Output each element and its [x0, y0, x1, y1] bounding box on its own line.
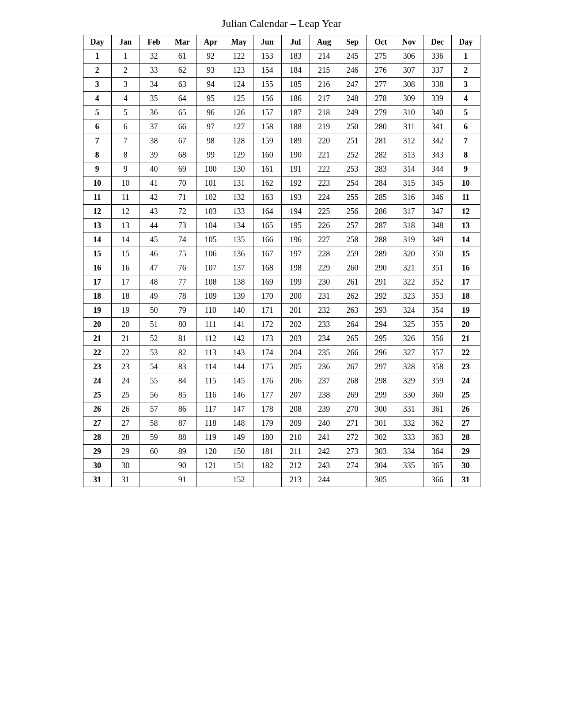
table-cell: 215	[310, 64, 338, 78]
table-cell: 176	[253, 374, 281, 388]
table-cell: 111	[196, 318, 225, 332]
table-cell: 307	[395, 64, 423, 78]
table-cell: 41	[140, 176, 168, 191]
table-cell: 297	[367, 360, 395, 374]
table-cell: 43	[140, 205, 168, 219]
table-cell: 293	[367, 304, 395, 318]
table-cell: 192	[281, 176, 310, 191]
table-cell: 185	[281, 78, 310, 92]
table-cell: 44	[140, 219, 168, 233]
table-row: 2929608912015018121124227330333436429	[83, 445, 480, 459]
table-cell: 318	[395, 219, 423, 233]
table-cell: 11	[111, 191, 140, 205]
table-cell: 7	[83, 134, 111, 148]
table-cell: 132	[225, 191, 253, 205]
table-row: 1515467510613616719722825928932035015	[83, 247, 480, 261]
table-cell: 274	[338, 459, 367, 473]
table-cell: 61	[168, 49, 196, 64]
table-cell: 18	[452, 289, 480, 304]
table-cell: 18	[111, 289, 140, 304]
table-row: 1414457410513516619622725828831934914	[83, 233, 480, 247]
table-cell: 285	[367, 191, 395, 205]
table-cell: 295	[367, 332, 395, 346]
table-cell: 19	[452, 304, 480, 318]
table-cell: 119	[196, 431, 225, 445]
table-cell: 54	[140, 360, 168, 374]
table-cell: 6	[452, 120, 480, 134]
table-cell: 233	[310, 318, 338, 332]
table-cell: 109	[196, 289, 225, 304]
table-cell: 73	[168, 219, 196, 233]
table-cell: 121	[196, 459, 225, 473]
table-cell: 125	[225, 92, 253, 106]
table-cell: 84	[168, 374, 196, 388]
table-cell: 278	[367, 92, 395, 106]
table-cell: 31	[452, 473, 480, 487]
column-header-day: Day	[452, 35, 480, 49]
table-cell: 110	[196, 304, 225, 318]
table-cell: 129	[225, 148, 253, 162]
table-cell: 126	[225, 106, 253, 120]
table-cell: 195	[281, 219, 310, 233]
table-cell: 328	[395, 360, 423, 374]
column-header-oct: Oct	[367, 35, 395, 49]
column-header-jan: Jan	[111, 35, 140, 49]
table-cell: 159	[253, 134, 281, 148]
table-cell: 155	[253, 78, 281, 92]
table-cell: 207	[281, 388, 310, 402]
table-cell: 317	[395, 205, 423, 219]
table-cell: 142	[225, 332, 253, 346]
table-cell: 83	[168, 360, 196, 374]
table-cell: 244	[310, 473, 338, 487]
table-cell	[196, 473, 225, 487]
table-cell: 24	[452, 374, 480, 388]
table-cell: 53	[140, 346, 168, 360]
table-cell: 304	[367, 459, 395, 473]
table-cell: 12	[111, 205, 140, 219]
table-cell: 290	[367, 261, 395, 275]
table-cell: 2	[452, 64, 480, 78]
table-row: 663766971271581882192502803113416	[83, 120, 480, 134]
table-cell	[395, 473, 423, 487]
table-cell: 353	[423, 289, 451, 304]
table-cell: 52	[140, 332, 168, 346]
table-cell: 160	[253, 148, 281, 162]
table-cell: 55	[140, 374, 168, 388]
table-cell: 166	[253, 233, 281, 247]
table-cell: 291	[367, 275, 395, 289]
table-cell: 133	[225, 205, 253, 219]
table-cell: 286	[367, 205, 395, 219]
table-cell: 265	[338, 332, 367, 346]
table-cell: 17	[452, 275, 480, 289]
table-cell: 3	[452, 78, 480, 92]
table-cell: 264	[338, 318, 367, 332]
table-cell: 47	[140, 261, 168, 275]
table-cell: 36	[140, 106, 168, 120]
table-cell: 306	[395, 49, 423, 64]
table-cell: 241	[310, 431, 338, 445]
table-cell: 27	[452, 417, 480, 431]
column-header-sep: Sep	[338, 35, 367, 49]
table-row: 2020518011114117220223326429432535520	[83, 318, 480, 332]
table-cell: 116	[196, 388, 225, 402]
table-cell: 280	[367, 120, 395, 134]
table-cell: 21	[452, 332, 480, 346]
table-cell: 164	[253, 205, 281, 219]
table-cell: 203	[281, 332, 310, 346]
table-cell: 363	[423, 431, 451, 445]
table-cell: 229	[310, 261, 338, 275]
table-cell: 263	[338, 304, 367, 318]
table-cell: 28	[83, 431, 111, 445]
table-cell: 6	[83, 120, 111, 134]
column-header-feb: Feb	[140, 35, 168, 49]
column-header-aug: Aug	[310, 35, 338, 49]
table-row: 1212437210313316419422525628631734712	[83, 205, 480, 219]
table-cell	[253, 473, 281, 487]
table-cell: 331	[395, 402, 423, 417]
table-row: 1616477610713716819822926029032135116	[83, 261, 480, 275]
table-cell: 334	[395, 445, 423, 459]
table-cell: 127	[225, 120, 253, 134]
table-cell: 157	[253, 106, 281, 120]
table-cell: 303	[367, 445, 395, 459]
table-cell: 336	[423, 49, 451, 64]
